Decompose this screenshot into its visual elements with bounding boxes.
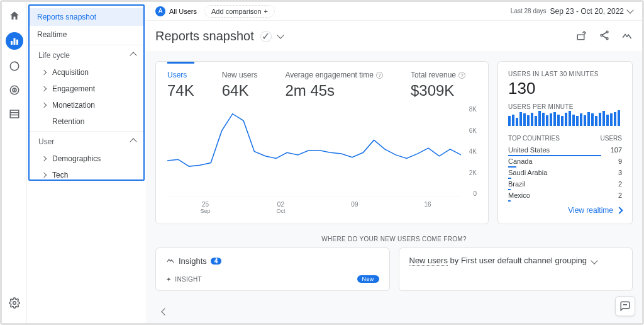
country-row[interactable]: Saudi Arabia3.country-row:nth-child(3)::…: [508, 167, 622, 178]
configure-icon[interactable]: [7, 106, 22, 122]
new-badge: New: [357, 275, 379, 283]
svg-line-16: [602, 35, 606, 38]
new-users-source-card[interactable]: New users by First user default channel …: [399, 248, 633, 291]
metric-total-revenue[interactable]: Total revenue ?$309K: [411, 71, 465, 100]
share-icon[interactable]: [599, 30, 610, 43]
title-row: Reports snapshot ✓: [146, 21, 642, 52]
settings-icon[interactable]: [7, 295, 22, 311]
sidebar-section-label: User: [38, 137, 54, 146]
insights-title: Insights: [179, 256, 207, 266]
chevron-up-icon: [130, 52, 136, 59]
y-tick: 6K: [469, 127, 477, 134]
explore-icon[interactable]: [7, 59, 22, 74]
view-realtime-link[interactable]: View realtime: [508, 201, 622, 215]
segment-badge[interactable]: A: [155, 6, 165, 16]
country-row[interactable]: Mexico2.country-row:nth-child(5)::after{…: [508, 190, 622, 201]
insights-icon[interactable]: [621, 30, 633, 43]
country-name: Canada: [508, 157, 533, 165]
country-row[interactable]: Canada9.country-row:nth-child(2)::after{…: [508, 156, 622, 167]
insight-label: INSIGHT: [175, 276, 202, 283]
add-comparison-button[interactable]: Add comparison +: [204, 5, 275, 18]
svg-rect-11: [577, 35, 584, 40]
sidebar-section-label: Life cycle: [38, 51, 70, 60]
sidebar-item-label: Acquisition: [52, 68, 89, 77]
spark-bar: [542, 113, 545, 126]
x-tick: 16: [424, 201, 431, 214]
sidebar-item-monetization[interactable]: Monetization: [30, 97, 143, 113]
svg-point-12: [606, 31, 608, 33]
country-name: United States: [508, 146, 550, 154]
y-tick: 0: [473, 190, 477, 197]
sidebar-item-label: Realtime: [37, 30, 67, 39]
metric-average-engagement-time[interactable]: Average engagement time ?2m 45s: [285, 71, 383, 100]
sidebar-item-label: Demographics: [52, 154, 101, 163]
caret-icon: [42, 70, 47, 75]
sidebar-item-engagement[interactable]: Engagement: [30, 81, 143, 97]
add-comparison-label: Add comparison: [211, 8, 262, 15]
x-tick: 25Sep: [200, 201, 210, 214]
sidebar-item-label: Monetization: [52, 101, 95, 110]
spark-bar: [610, 113, 613, 126]
customize-icon[interactable]: [576, 30, 587, 43]
reports-icon[interactable]: [6, 32, 23, 50]
countries-heading: TOP COUNTRIES: [508, 135, 560, 142]
chevron-down-icon[interactable]: [626, 6, 633, 13]
metric-new-users[interactable]: New users64K: [222, 71, 258, 100]
metric-users[interactable]: Users74K: [167, 62, 194, 100]
caret-icon: [42, 103, 47, 108]
spark-bar: [569, 111, 571, 126]
spark-bar: [546, 115, 548, 126]
realtime-heading: USERS IN LAST 30 MINUTES: [508, 71, 622, 77]
sidebar-item-reports-snapshot[interactable]: Reports snapshot: [30, 8, 143, 26]
svg-rect-7: [10, 110, 19, 118]
x-tick: 02Oct: [276, 201, 285, 214]
metric-label: Average engagement time ?: [285, 71, 383, 79]
x-tick: 09: [351, 201, 358, 214]
country-row[interactable]: Brazil2.country-row:nth-child(4)::after{…: [508, 178, 622, 190]
sidebar-section-user[interactable]: User: [30, 131, 143, 151]
y-tick: 2K: [469, 169, 477, 176]
caret-icon: [42, 86, 47, 91]
sidebar-item-acquisition[interactable]: Acquisition: [30, 64, 143, 81]
realtime-value: 130: [508, 79, 622, 98]
chevron-down-icon[interactable]: [277, 31, 284, 38]
insights-card[interactable]: Insights 4 ✦ INSIGHT New: [155, 248, 390, 291]
spark-bar: [531, 113, 533, 126]
date-range-picker[interactable]: Sep 23 - Oct 20, 2022: [550, 7, 624, 16]
country-row[interactable]: United States107.country-row:nth-child(1…: [508, 144, 622, 156]
spark-bar: [550, 113, 552, 126]
spark-bar: [576, 116, 579, 126]
caret-icon: [42, 156, 47, 161]
metric-label: New users: [222, 71, 258, 79]
svg-rect-0: [11, 41, 13, 45]
spark-bar: [535, 116, 537, 126]
verify-icon[interactable]: ✓: [260, 31, 272, 42]
sidebar-section-lifecycle[interactable]: Life cycle: [30, 45, 143, 64]
chevron-down-icon: [591, 257, 597, 264]
segment-label[interactable]: All Users: [169, 8, 197, 15]
help-icon[interactable]: ?: [458, 72, 465, 79]
sparkle-icon: ✦: [166, 276, 171, 283]
spark-bar: [557, 115, 560, 126]
sidebar-item-retention[interactable]: Retention: [30, 113, 143, 130]
country-users: 9: [618, 157, 622, 165]
help-icon[interactable]: ?: [376, 72, 383, 79]
date-label: Last 28 days: [511, 8, 547, 14]
feedback-button[interactable]: [615, 296, 635, 316]
advertising-icon[interactable]: [7, 83, 22, 98]
realtime-subheading: USERS PER MINUTE: [508, 103, 622, 110]
spark-bar: [565, 113, 567, 126]
spark-bar: [512, 115, 514, 126]
spark-bar: [618, 110, 620, 126]
new-users-source-title[interactable]: New users by First user default channel …: [409, 256, 623, 265]
line-chart: 8K6K4K2K0: [167, 106, 477, 197]
metric-label: Total revenue ?: [411, 71, 465, 79]
sidebar-item-label: Reports snapshot: [37, 13, 96, 21]
sidebar-item-demographics[interactable]: Demographics: [30, 151, 143, 167]
home-icon[interactable]: [7, 8, 22, 23]
spark-bar: [572, 115, 575, 126]
sidebar-item-tech[interactable]: Tech: [30, 167, 143, 181]
main: A All Users Add comparison + Last 28 day…: [146, 2, 642, 323]
country-users: 2: [618, 191, 622, 199]
sidebar-item-realtime[interactable]: Realtime: [30, 26, 143, 43]
